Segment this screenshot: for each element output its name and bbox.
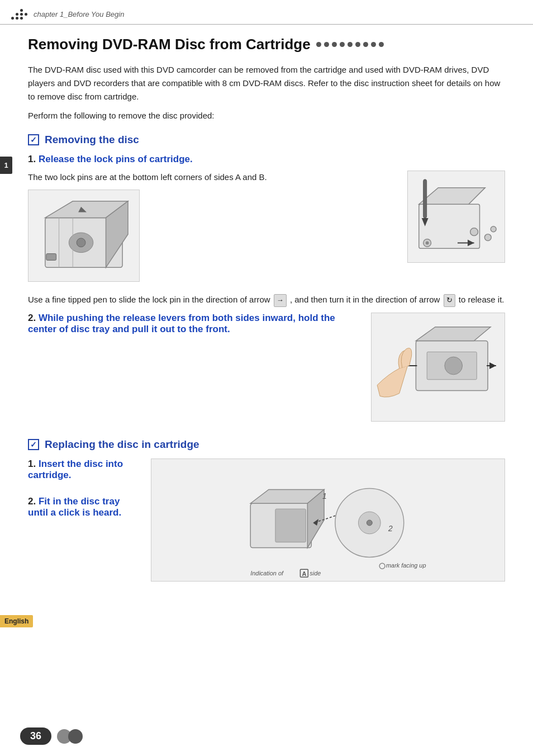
section1-heading: Removing the disc <box>28 134 505 146</box>
svg-rect-13 <box>423 179 427 218</box>
illustration-pull <box>371 313 505 422</box>
svg-rect-5 <box>46 254 56 261</box>
page-title: Removing DVD-RAM Disc from Cartridge <box>28 36 505 53</box>
page-container: 1 English chapter 1_Before You Begin Rem… <box>0 0 533 756</box>
svg-text:1: 1 <box>322 492 327 500</box>
svg-point-12 <box>426 241 429 244</box>
svg-point-17 <box>484 234 491 241</box>
illustration-cartridge <box>28 190 140 282</box>
svg-text:side: side <box>310 570 321 577</box>
svg-point-16 <box>470 228 478 236</box>
svg-text:2: 2 <box>388 524 393 533</box>
svg-text:mark facing up: mark facing up <box>386 562 426 569</box>
replace-step1-title: 1. Insert the disc into cartridge. <box>28 459 140 481</box>
checkbox-replacing <box>28 439 39 450</box>
checkbox-removing <box>28 134 39 145</box>
footer: 36 <box>20 727 83 745</box>
header: chapter 1_Before You Begin <box>0 0 533 25</box>
chapter-tab: 1 <box>0 157 12 174</box>
svg-rect-28 <box>275 509 306 542</box>
main-content: Removing DVD-RAM Disc from Cartridge The… <box>0 30 533 609</box>
arrow2-icon: ↻ <box>444 294 455 307</box>
svg-marker-10 <box>419 188 486 205</box>
page-number: 36 <box>20 727 51 745</box>
svg-text:A: A <box>302 570 306 577</box>
step2-image <box>371 313 505 422</box>
arrow1-icon: → <box>274 294 287 307</box>
step1-container: The two lock pins are at the bottom left… <box>28 171 505 282</box>
step1-title: 1. Release the lock pins of cartridge. <box>28 154 505 165</box>
svg-point-4 <box>77 238 85 247</box>
svg-point-22 <box>445 357 463 375</box>
step2-container: 2. While pushing the release levers from… <box>28 313 505 422</box>
svg-text:Indication of: Indication of <box>250 570 284 577</box>
arrow-explanation: Use a fine tipped pen to slide the lock … <box>28 293 505 307</box>
svg-point-36 <box>379 563 385 569</box>
intro-text2: Perform the following to remove the disc… <box>28 109 505 122</box>
step2-text: 2. While pushing the release levers from… <box>28 313 360 341</box>
replace-text: 1. Insert the disc into cartridge. 2. Fi… <box>28 459 140 524</box>
step1-text: The two lock pins are at the bottom left… <box>28 171 396 282</box>
replace-container: 1. Insert the disc into cartridge. 2. Fi… <box>28 459 505 582</box>
illustration-pin <box>407 171 505 263</box>
svg-marker-20 <box>416 327 491 341</box>
replace-step2-title: 2. Fit in the disc tray until a click is… <box>28 496 140 518</box>
title-dots <box>316 42 384 47</box>
illustration-replace: 1 2 mark facing up Indication of <box>151 459 505 582</box>
svg-point-18 <box>491 226 496 232</box>
english-tab: English <box>0 615 33 627</box>
section2-heading: Replacing the disc in cartridge <box>28 438 505 451</box>
svg-point-34 <box>367 520 372 526</box>
intro-text: The DVD-RAM disc used with this DVD camc… <box>28 63 505 103</box>
footer-circles <box>57 729 83 744</box>
header-dots <box>11 9 28 20</box>
header-title: chapter 1_Before You Begin <box>34 10 124 18</box>
